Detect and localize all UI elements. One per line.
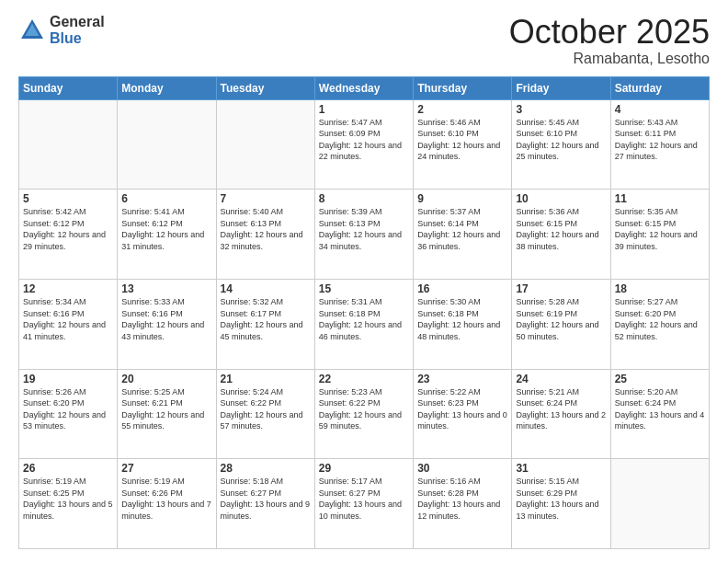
day-cell: 23Sunrise: 5:22 AM Sunset: 6:23 PM Dayli… [414, 369, 512, 459]
day-number: 27 [121, 462, 211, 475]
day-cell: 4Sunrise: 5:43 AM Sunset: 6:11 PM Daylig… [610, 99, 709, 190]
day-number: 1 [319, 103, 409, 116]
day-number: 31 [516, 462, 606, 475]
week-row-5: 26Sunrise: 5:19 AM Sunset: 6:25 PM Dayli… [19, 459, 710, 549]
week-row-2: 5Sunrise: 5:42 AM Sunset: 6:12 PM Daylig… [19, 190, 710, 280]
page: General Blue October 2025 Ramabanta, Les… [0, 0, 728, 563]
day-info: Sunrise: 5:31 AM Sunset: 6:18 PM Dayligh… [319, 296, 409, 342]
day-number: 29 [319, 462, 409, 475]
day-cell: 19Sunrise: 5:26 AM Sunset: 6:20 PM Dayli… [19, 369, 118, 459]
day-info: Sunrise: 5:42 AM Sunset: 6:12 PM Dayligh… [23, 206, 113, 252]
day-number: 11 [615, 192, 705, 205]
col-sunday: Sunday [19, 76, 118, 99]
day-number: 14 [221, 282, 311, 295]
calendar-header: Sunday Monday Tuesday Wednesday Thursday… [19, 76, 710, 99]
day-cell: 18Sunrise: 5:27 AM Sunset: 6:20 PM Dayli… [610, 279, 709, 369]
day-cell: 3Sunrise: 5:45 AM Sunset: 6:10 PM Daylig… [512, 99, 610, 190]
day-number: 2 [417, 103, 507, 116]
day-cell: 15Sunrise: 5:31 AM Sunset: 6:18 PM Dayli… [314, 279, 413, 369]
day-number: 5 [23, 192, 113, 205]
day-info: Sunrise: 5:39 AM Sunset: 6:13 PM Dayligh… [319, 206, 409, 252]
day-number: 30 [417, 462, 507, 475]
day-cell: 29Sunrise: 5:17 AM Sunset: 6:27 PM Dayli… [314, 459, 413, 549]
day-cell: 21Sunrise: 5:24 AM Sunset: 6:22 PM Dayli… [216, 369, 314, 459]
day-info: Sunrise: 5:21 AM Sunset: 6:24 PM Dayligh… [516, 386, 606, 432]
day-info: Sunrise: 5:35 AM Sunset: 6:15 PM Dayligh… [615, 206, 705, 252]
day-info: Sunrise: 5:47 AM Sunset: 6:09 PM Dayligh… [319, 117, 409, 163]
day-cell [216, 99, 314, 190]
day-cell: 10Sunrise: 5:36 AM Sunset: 6:15 PM Dayli… [512, 190, 610, 280]
logo-general-label: General [50, 14, 105, 30]
day-number: 4 [615, 103, 705, 116]
day-info: Sunrise: 5:33 AM Sunset: 6:16 PM Dayligh… [121, 296, 211, 342]
day-cell: 13Sunrise: 5:33 AM Sunset: 6:16 PM Dayli… [118, 279, 216, 369]
day-cell: 31Sunrise: 5:15 AM Sunset: 6:29 PM Dayli… [512, 459, 610, 549]
day-number: 24 [516, 373, 606, 385]
day-info: Sunrise: 5:23 AM Sunset: 6:22 PM Dayligh… [319, 386, 409, 432]
day-info: Sunrise: 5:18 AM Sunset: 6:27 PM Dayligh… [221, 476, 311, 522]
calendar-table: Sunday Monday Tuesday Wednesday Thursday… [18, 76, 710, 549]
day-number: 16 [417, 282, 507, 295]
week-row-3: 12Sunrise: 5:34 AM Sunset: 6:16 PM Dayli… [19, 279, 710, 369]
day-cell: 28Sunrise: 5:18 AM Sunset: 6:27 PM Dayli… [216, 459, 314, 549]
month-title: October 2025 [509, 14, 710, 51]
day-info: Sunrise: 5:19 AM Sunset: 6:26 PM Dayligh… [121, 476, 211, 522]
col-thursday: Thursday [414, 76, 512, 99]
day-info: Sunrise: 5:46 AM Sunset: 6:10 PM Dayligh… [417, 117, 507, 163]
day-info: Sunrise: 5:30 AM Sunset: 6:18 PM Dayligh… [417, 296, 507, 342]
day-cell: 24Sunrise: 5:21 AM Sunset: 6:24 PM Dayli… [512, 369, 610, 459]
day-cell: 2Sunrise: 5:46 AM Sunset: 6:10 PM Daylig… [414, 99, 512, 190]
day-number: 8 [319, 192, 409, 205]
day-info: Sunrise: 5:20 AM Sunset: 6:24 PM Dayligh… [615, 386, 705, 432]
day-cell: 26Sunrise: 5:19 AM Sunset: 6:25 PM Dayli… [19, 459, 118, 549]
day-info: Sunrise: 5:25 AM Sunset: 6:21 PM Dayligh… [121, 386, 211, 432]
col-tuesday: Tuesday [216, 76, 314, 99]
day-number: 17 [516, 282, 606, 295]
header-row: Sunday Monday Tuesday Wednesday Thursday… [19, 76, 710, 99]
logo-icon [18, 17, 46, 44]
day-cell: 9Sunrise: 5:37 AM Sunset: 6:14 PM Daylig… [414, 190, 512, 280]
day-number: 28 [221, 462, 311, 475]
day-cell: 16Sunrise: 5:30 AM Sunset: 6:18 PM Dayli… [414, 279, 512, 369]
day-number: 22 [319, 373, 409, 385]
day-cell: 22Sunrise: 5:23 AM Sunset: 6:22 PM Dayli… [314, 369, 413, 459]
day-number: 19 [23, 373, 113, 385]
day-info: Sunrise: 5:43 AM Sunset: 6:11 PM Dayligh… [615, 117, 705, 163]
day-number: 15 [319, 282, 409, 295]
title-section: October 2025 Ramabanta, Lesotho [509, 14, 710, 67]
day-number: 18 [615, 282, 705, 295]
logo-text: General Blue [50, 14, 105, 46]
logo: General Blue [18, 14, 105, 46]
day-number: 25 [615, 373, 705, 385]
day-info: Sunrise: 5:34 AM Sunset: 6:16 PM Dayligh… [23, 296, 113, 342]
day-number: 6 [121, 192, 211, 205]
logo-blue-label: Blue [50, 30, 105, 47]
day-cell [19, 99, 118, 190]
day-cell: 30Sunrise: 5:16 AM Sunset: 6:28 PM Dayli… [414, 459, 512, 549]
col-friday: Friday [512, 76, 610, 99]
day-cell: 25Sunrise: 5:20 AM Sunset: 6:24 PM Dayli… [610, 369, 709, 459]
day-cell [118, 99, 216, 190]
day-info: Sunrise: 5:15 AM Sunset: 6:29 PM Dayligh… [516, 476, 606, 522]
day-cell: 27Sunrise: 5:19 AM Sunset: 6:26 PM Dayli… [118, 459, 216, 549]
day-number: 20 [121, 373, 211, 385]
day-info: Sunrise: 5:26 AM Sunset: 6:20 PM Dayligh… [23, 386, 113, 432]
col-monday: Monday [118, 76, 216, 99]
day-number: 7 [221, 192, 311, 205]
header: General Blue October 2025 Ramabanta, Les… [18, 14, 710, 67]
day-cell: 12Sunrise: 5:34 AM Sunset: 6:16 PM Dayli… [19, 279, 118, 369]
day-cell: 7Sunrise: 5:40 AM Sunset: 6:13 PM Daylig… [216, 190, 314, 280]
day-info: Sunrise: 5:37 AM Sunset: 6:14 PM Dayligh… [417, 206, 507, 252]
col-wednesday: Wednesday [314, 76, 413, 99]
day-number: 10 [516, 192, 606, 205]
day-number: 12 [23, 282, 113, 295]
day-info: Sunrise: 5:27 AM Sunset: 6:20 PM Dayligh… [615, 296, 705, 342]
week-row-4: 19Sunrise: 5:26 AM Sunset: 6:20 PM Dayli… [19, 369, 710, 459]
day-number: 3 [516, 103, 606, 116]
day-info: Sunrise: 5:40 AM Sunset: 6:13 PM Dayligh… [221, 206, 311, 252]
day-info: Sunrise: 5:24 AM Sunset: 6:22 PM Dayligh… [221, 386, 311, 432]
day-info: Sunrise: 5:19 AM Sunset: 6:25 PM Dayligh… [23, 476, 113, 522]
day-info: Sunrise: 5:16 AM Sunset: 6:28 PM Dayligh… [417, 476, 507, 522]
day-cell: 20Sunrise: 5:25 AM Sunset: 6:21 PM Dayli… [118, 369, 216, 459]
week-row-1: 1Sunrise: 5:47 AM Sunset: 6:09 PM Daylig… [19, 99, 710, 190]
